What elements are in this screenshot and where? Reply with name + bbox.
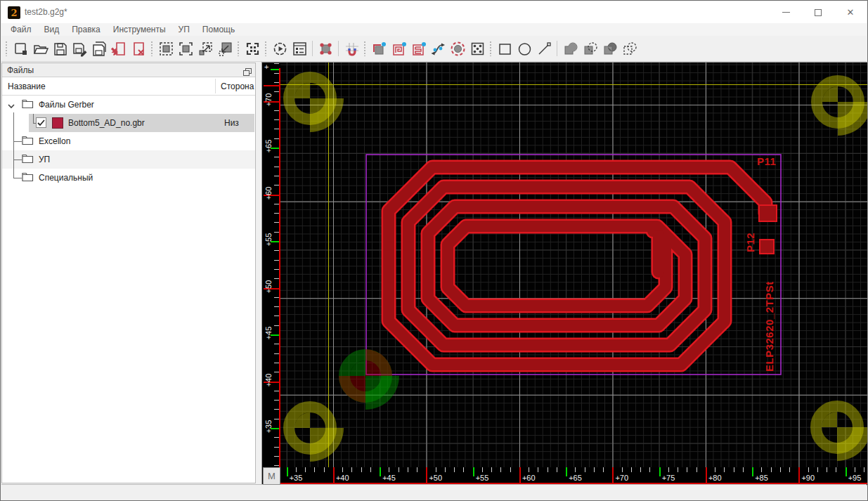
- ruler-tick: [566, 467, 567, 476]
- units-button[interactable]: M: [263, 467, 280, 485]
- ruler-label: +45: [264, 323, 273, 344]
- bool-subtract-button[interactable]: [580, 39, 600, 58]
- fiducial-marker[interactable]: [289, 407, 344, 462]
- ruler-tick: [454, 467, 455, 472]
- menu-6[interactable]: Помощь: [196, 25, 241, 34]
- ruler-tick: [631, 467, 632, 472]
- fiducial-marker[interactable]: [289, 77, 344, 132]
- close-file-button[interactable]: [129, 39, 148, 58]
- coil-trace[interactable]: [389, 167, 765, 365]
- save-file-button[interactable]: [50, 39, 70, 58]
- menu-5[interactable]: УП: [172, 25, 196, 34]
- tree-item-folder[interactable]: Специальный: [2, 169, 255, 187]
- tree-item-folder[interactable]: Excellon: [2, 132, 255, 150]
- ruler-tick: [274, 344, 279, 344]
- bool-intersect-button[interactable]: [600, 39, 619, 58]
- ruler-tick: [274, 372, 279, 372]
- ruler-tick: [612, 467, 614, 485]
- tree-item-file[interactable]: Bottom5_AD_no.gbrНиз: [2, 114, 255, 132]
- zoom-window-button[interactable]: [176, 39, 195, 58]
- save-all-button[interactable]: [89, 39, 109, 58]
- menu-3[interactable]: Правка: [65, 25, 107, 34]
- toolbar-group-handle[interactable]: [264, 41, 268, 56]
- menu-1[interactable]: Файл: [4, 25, 38, 34]
- pad-p11[interactable]: [759, 205, 777, 221]
- bool-union-button[interactable]: [560, 39, 580, 58]
- label-p12[interactable]: P12: [744, 233, 756, 252]
- menu-4[interactable]: Инструменты: [107, 25, 172, 34]
- tree-item-folder[interactable]: Файлы Gerber: [2, 96, 255, 114]
- label-part-number[interactable]: ELP32620_2TPSt: [763, 281, 775, 372]
- ruler-tick: [296, 467, 297, 472]
- ruler-tick: [274, 400, 279, 401]
- save-file-as-button[interactable]: [70, 39, 89, 58]
- open-file-button[interactable]: [30, 39, 50, 58]
- new-coil-button[interactable]: [389, 39, 408, 58]
- ruler-tick: [274, 157, 279, 157]
- zoom-extents-button[interactable]: [195, 39, 215, 58]
- ruler-tick: [351, 467, 352, 472]
- ruler-tick: [780, 467, 781, 472]
- toolbar-group-handle[interactable]: [150, 41, 154, 56]
- toolbar-separator: [312, 41, 313, 56]
- ruler-label: +70: [264, 89, 273, 110]
- job-properties-button[interactable]: [290, 39, 309, 58]
- app-icon: 2: [8, 6, 20, 19]
- new-pad-button[interactable]: [448, 39, 467, 58]
- ruler-tick: [668, 467, 669, 472]
- transform-object-button[interactable]: [316, 39, 335, 58]
- new-meander-button[interactable]: [408, 39, 428, 58]
- column-header-side[interactable]: Сторона: [221, 82, 254, 91]
- close-button[interactable]: ✕: [834, 1, 867, 23]
- snap-grid-button[interactable]: [342, 39, 361, 58]
- files-tree: Файлы GerberBottom5_AD_no.gbrНизExcellon…: [2, 96, 255, 187]
- zoom-object-button[interactable]: [215, 39, 235, 58]
- fiducial-marker[interactable]: [817, 81, 867, 136]
- fiducial-marker[interactable]: [816, 406, 867, 461]
- column-header-name[interactable]: Название: [8, 82, 46, 91]
- ruler-tick: [324, 467, 325, 472]
- vertical-ruler-axis-line: [279, 68, 280, 485]
- layer-visibility-checkbox[interactable]: [36, 117, 46, 128]
- tree-item-folder[interactable]: УП: [2, 150, 255, 169]
- import-file-button[interactable]: [109, 39, 129, 58]
- new-file-button[interactable]: [11, 39, 30, 58]
- column-divider[interactable]: [215, 79, 216, 93]
- draw-circle-button[interactable]: [514, 39, 534, 58]
- toolbar: [1, 36, 867, 62]
- chevron-down-icon[interactable]: [8, 101, 15, 111]
- ruler-tick: [500, 467, 501, 472]
- pad-p12[interactable]: [760, 240, 774, 254]
- fit-all-button[interactable]: [242, 39, 262, 58]
- menu-2[interactable]: Вид: [38, 25, 66, 34]
- ruler-tick: [827, 467, 827, 472]
- ruler-tick: [274, 465, 279, 466]
- minimize-button[interactable]: [770, 1, 802, 23]
- toolbar-group-handle[interactable]: [489, 41, 493, 56]
- ruler-label: +95: [848, 474, 862, 482]
- ruler-tick: [687, 467, 687, 472]
- ruler-tick: [724, 467, 725, 472]
- zoom-selection-button[interactable]: [156, 39, 176, 58]
- draw-rect-button[interactable]: [495, 39, 514, 58]
- edit-curve-button[interactable]: [428, 39, 448, 58]
- ruler-label: +55: [264, 229, 273, 250]
- layer-color-swatch[interactable]: [52, 117, 63, 129]
- ruler-tick: [649, 467, 650, 472]
- folder-icon: [22, 171, 34, 184]
- maximize-button[interactable]: [802, 1, 834, 23]
- fiducial-marker[interactable]: [339, 349, 399, 410]
- ruler-tick: [836, 467, 836, 472]
- draw-line-button[interactable]: [534, 39, 554, 58]
- toolbar-group-handle[interactable]: [5, 41, 8, 56]
- vertical-ruler-partial-label: +: [264, 63, 268, 71]
- new-region-button[interactable]: [369, 39, 389, 58]
- label-p11[interactable]: P11: [757, 155, 776, 167]
- toolbar-group-handle[interactable]: [237, 41, 240, 56]
- run-job-button[interactable]: [270, 39, 290, 58]
- bool-xor-button[interactable]: [619, 39, 639, 58]
- ruler-tick: [274, 138, 279, 139]
- new-array-button[interactable]: [467, 39, 487, 58]
- toolbar-group-handle[interactable]: [363, 41, 367, 56]
- gerber-canvas[interactable]: P11 P12 ELP32620_2TPSt: [280, 63, 867, 467]
